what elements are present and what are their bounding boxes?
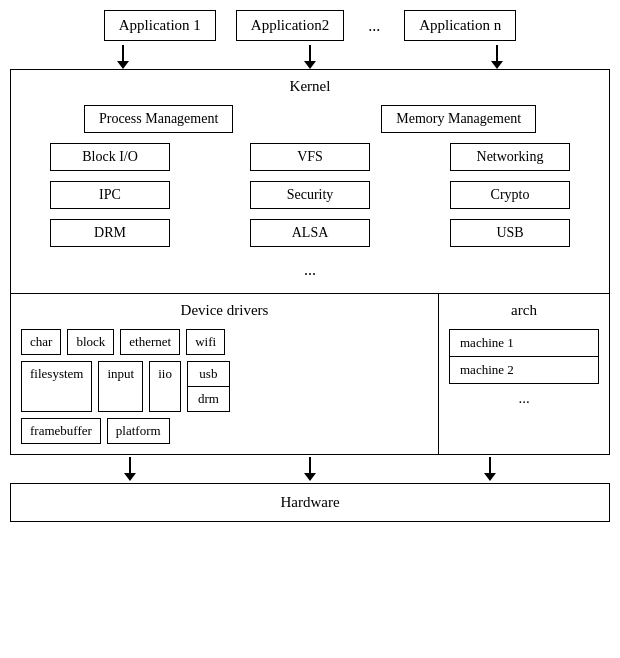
kernel-row-1: Process Management Memory Management — [25, 105, 595, 133]
usb-stacked-item: usb — [188, 362, 229, 387]
stacked-usb-drm: usb drm — [187, 361, 230, 412]
ipc-label: IPC — [99, 187, 121, 202]
block-item: block — [67, 329, 114, 355]
bottom-section: Device drivers char block ethernet — [11, 294, 609, 454]
networking-label: Networking — [477, 149, 544, 164]
crypto-label: Crypto — [491, 187, 530, 202]
apps-ellipsis: ... — [364, 17, 384, 35]
wifi-item: wifi — [186, 329, 225, 355]
top-arrows-row — [40, 45, 580, 69]
arrow-bottom-2 — [304, 457, 316, 481]
drm-box: DRM — [50, 219, 170, 247]
block-io-label: Block I/O — [82, 149, 138, 164]
arrow-app1 — [117, 45, 129, 69]
arrow-bottom-3 — [484, 457, 496, 481]
input-item: input — [98, 361, 143, 412]
hardware-label: Hardware — [280, 494, 339, 510]
kernel-label: Kernel — [25, 78, 595, 95]
arch-machines-box: machine 1 machine 2 — [449, 329, 599, 384]
arrow-line — [496, 45, 498, 61]
arrow-head — [304, 61, 316, 69]
arrow-line — [122, 45, 124, 61]
arrow-head — [304, 473, 316, 481]
kernel-row-2: Block I/O VFS Networking — [25, 143, 595, 171]
memory-management-box: Memory Management — [381, 105, 536, 133]
arrow-bottom-1 — [124, 457, 136, 481]
input-label: input — [107, 366, 134, 381]
app2-label: Application2 — [251, 17, 329, 33]
iio-label: iio — [158, 366, 172, 381]
outer-box: Kernel Process Management Memory Managem… — [10, 69, 610, 455]
drivers-row-3: framebuffer platform — [21, 418, 428, 444]
app1-label: Application 1 — [119, 17, 201, 33]
char-item: char — [21, 329, 61, 355]
kernel-row-4: DRM ALSA USB — [25, 219, 595, 247]
arrow-app2 — [304, 45, 316, 69]
alsa-box: ALSA — [250, 219, 370, 247]
vfs-box: VFS — [250, 143, 370, 171]
drivers-row-1: char block ethernet wifi — [21, 329, 428, 355]
kernel-dots: ... — [25, 257, 595, 283]
drm-stacked-item: drm — [188, 387, 229, 411]
wifi-label: wifi — [195, 334, 216, 349]
arrow-head — [124, 473, 136, 481]
filesystem-label: filesystem — [30, 366, 83, 381]
arrow-appn — [491, 45, 503, 69]
usb-stacked-label: usb — [199, 366, 217, 381]
drivers-grid: char block ethernet wifi — [21, 329, 428, 444]
networking-box: Networking — [450, 143, 570, 171]
arrow-head — [491, 61, 503, 69]
usb-label: USB — [496, 225, 523, 240]
memory-management-label: Memory Management — [396, 111, 521, 126]
kernel-grid: Process Management Memory Management Blo… — [25, 105, 595, 283]
framebuffer-label: framebuffer — [30, 423, 92, 438]
ipc-box: IPC — [50, 181, 170, 209]
security-label: Security — [287, 187, 334, 202]
iio-item: iio — [149, 361, 181, 412]
arch-label: arch — [449, 302, 599, 319]
alsa-label: ALSA — [292, 225, 329, 240]
process-management-box: Process Management — [84, 105, 233, 133]
kernel-row-3: IPC Security Crypto — [25, 181, 595, 209]
platform-label: platform — [116, 423, 161, 438]
machine1-label: machine 1 — [460, 335, 514, 350]
top-apps-row: Application 1 Application2 ... Applicati… — [10, 10, 610, 41]
kernel-section: Kernel Process Management Memory Managem… — [11, 70, 609, 294]
usb-box: USB — [450, 219, 570, 247]
block-io-box: Block I/O — [50, 143, 170, 171]
drm-stacked-label: drm — [198, 391, 219, 406]
process-management-label: Process Management — [99, 111, 218, 126]
security-box: Security — [250, 181, 370, 209]
arrow-head — [484, 473, 496, 481]
arrow-line — [129, 457, 131, 473]
hardware-box: Hardware — [10, 483, 610, 522]
machine2-item: machine 2 — [450, 357, 598, 383]
device-drivers-label: Device drivers — [21, 302, 428, 319]
framebuffer-item: framebuffer — [21, 418, 101, 444]
arrow-line — [309, 45, 311, 61]
char-label: char — [30, 334, 52, 349]
arrow-line — [309, 457, 311, 473]
machine1-item: machine 1 — [450, 330, 598, 357]
device-drivers-section: Device drivers char block ethernet — [11, 294, 439, 454]
drm-label: DRM — [94, 225, 126, 240]
block-label: block — [76, 334, 105, 349]
ethernet-item: ethernet — [120, 329, 180, 355]
filesystem-item: filesystem — [21, 361, 92, 412]
diagram: Application 1 Application2 ... Applicati… — [10, 10, 610, 522]
platform-item: platform — [107, 418, 170, 444]
crypto-box: Crypto — [450, 181, 570, 209]
machine2-label: machine 2 — [460, 362, 514, 377]
ethernet-label: ethernet — [129, 334, 171, 349]
app1-box: Application 1 — [104, 10, 216, 41]
app2-box: Application2 — [236, 10, 344, 41]
arch-section: arch machine 1 machine 2 ... — [439, 294, 609, 454]
arrow-line — [489, 457, 491, 473]
drivers-row-2: filesystem input iio usb — [21, 361, 428, 412]
appn-label: Application n — [419, 17, 501, 33]
appn-box: Application n — [404, 10, 516, 41]
vfs-label: VFS — [297, 149, 323, 164]
arch-dots: ... — [449, 390, 599, 407]
bottom-arrows-row — [40, 455, 580, 483]
arrow-head — [117, 61, 129, 69]
